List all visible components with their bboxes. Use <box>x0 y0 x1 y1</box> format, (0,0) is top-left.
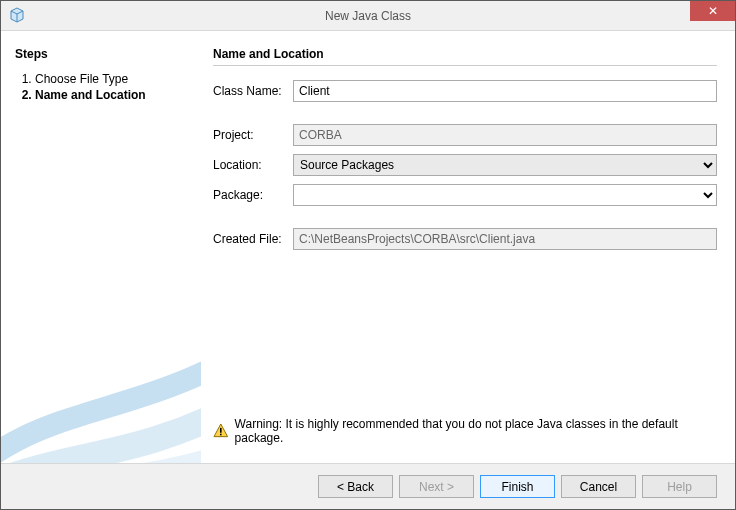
created-file-label: Created File: <box>213 232 293 246</box>
help-button: Help <box>642 475 717 498</box>
svg-rect-3 <box>220 428 222 433</box>
step-item-2: Name and Location <box>35 87 187 103</box>
close-icon: ✕ <box>708 4 718 18</box>
warning-text: Warning: It is highly recommended that y… <box>235 417 717 445</box>
warning-row: Warning: It is highly recommended that y… <box>213 411 717 455</box>
created-file-field <box>293 228 717 250</box>
class-name-input[interactable] <box>293 80 717 102</box>
location-select[interactable]: Source Packages <box>293 154 717 176</box>
divider <box>213 65 717 66</box>
title-bar: New Java Class ✕ <box>1 1 735 31</box>
step-item-1: Choose File Type <box>35 71 187 87</box>
steps-heading: Steps <box>15 47 187 61</box>
step-label: Choose File Type <box>35 72 128 86</box>
package-label: Package: <box>213 188 293 202</box>
finish-button[interactable]: Finish <box>480 475 555 498</box>
app-icon <box>9 7 25 23</box>
steps-panel: Steps Choose File Type Name and Location <box>1 31 201 463</box>
button-bar: < Back Next > Finish Cancel Help <box>1 463 735 509</box>
window-title: New Java Class <box>325 9 411 23</box>
project-field <box>293 124 717 146</box>
location-label: Location: <box>213 158 293 172</box>
svg-rect-4 <box>220 434 222 436</box>
step-label: Name and Location <box>35 88 146 102</box>
decorative-swoosh <box>1 343 201 463</box>
back-button[interactable]: < Back <box>318 475 393 498</box>
close-button[interactable]: ✕ <box>690 1 735 21</box>
main-panel: Name and Location Class Name: Project: L… <box>201 31 735 463</box>
project-label: Project: <box>213 128 293 142</box>
cancel-button[interactable]: Cancel <box>561 475 636 498</box>
package-select[interactable] <box>293 184 717 206</box>
warning-icon <box>213 423 229 439</box>
class-name-label: Class Name: <box>213 84 293 98</box>
next-button: Next > <box>399 475 474 498</box>
section-heading: Name and Location <box>213 47 717 61</box>
